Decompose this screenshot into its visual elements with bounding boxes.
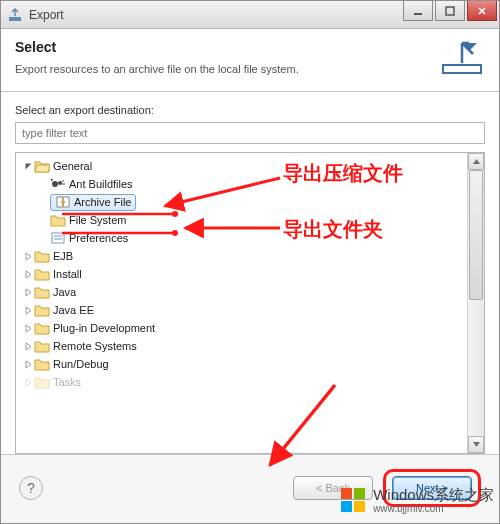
svg-rect-7 [61, 201, 65, 203]
tree-category-java-ee[interactable]: Java EE [18, 301, 465, 319]
tree-category-java[interactable]: Java [18, 283, 465, 301]
window-title: Export [29, 8, 403, 22]
tree-item-file-system[interactable]: File System [18, 211, 465, 229]
banner-heading: Select [15, 39, 429, 55]
minimize-button[interactable] [403, 1, 433, 21]
tree-category-ejb[interactable]: EJB [18, 247, 465, 265]
tree-category-tasks[interactable]: Tasks [18, 373, 465, 391]
folder-icon [34, 357, 50, 371]
banner-description: Export resources to an archive file on t… [15, 63, 429, 75]
folder-icon [34, 303, 50, 317]
expand-icon[interactable] [22, 252, 34, 261]
scroll-down-icon[interactable] [468, 436, 484, 453]
preferences-icon [50, 231, 66, 245]
tree-category-install[interactable]: Install [18, 265, 465, 283]
annotation-highlight-next: Next > [383, 469, 481, 507]
tree-item-preferences[interactable]: Preferences [18, 229, 465, 247]
tree-item-archive-file[interactable]: Archive File [18, 193, 465, 211]
svg-rect-8 [52, 233, 64, 243]
export-app-icon [7, 7, 23, 23]
tree-label: Java EE [53, 304, 94, 316]
svg-point-3 [52, 181, 58, 187]
tree-label: Run/Debug [53, 358, 109, 370]
svg-point-4 [58, 181, 62, 185]
tree-label: Remote Systems [53, 340, 137, 352]
collapse-icon[interactable] [22, 162, 34, 171]
tree-label: EJB [53, 250, 73, 262]
export-banner-icon [439, 39, 485, 77]
folder-icon [34, 375, 50, 389]
folder-open-icon [34, 159, 50, 173]
folder-icon [34, 249, 50, 263]
expand-icon[interactable] [22, 270, 34, 279]
tree-label: Tasks [53, 376, 81, 388]
expand-icon[interactable] [22, 342, 34, 351]
tree-label: Archive File [74, 196, 131, 208]
next-button[interactable]: Next > [392, 476, 472, 500]
tree-category-remote-systems[interactable]: Remote Systems [18, 337, 465, 355]
svg-rect-1 [414, 13, 422, 15]
tree-label: File System [69, 214, 126, 226]
maximize-button[interactable] [435, 1, 465, 21]
svg-rect-0 [9, 17, 21, 21]
expand-icon[interactable] [22, 378, 34, 387]
wizard-content: Select an export destination: General [1, 92, 499, 454]
tree-label: General [53, 160, 92, 172]
ant-icon [50, 177, 66, 191]
close-button[interactable] [467, 1, 497, 21]
svg-rect-2 [446, 7, 454, 15]
tree-label: Java [53, 286, 76, 298]
filter-input[interactable] [15, 122, 485, 144]
titlebar[interactable]: Export [1, 1, 499, 29]
back-button[interactable]: < Back [293, 476, 373, 500]
export-tree: General Ant Buildfiles Archive [15, 152, 485, 454]
tree-label: Preferences [69, 232, 128, 244]
tree-category-run-debug[interactable]: Run/Debug [18, 355, 465, 373]
scroll-up-icon[interactable] [468, 153, 484, 170]
folder-icon [34, 339, 50, 353]
export-dialog: Export Select Export resources to an arc… [0, 0, 500, 524]
tree-label: Ant Buildfiles [69, 178, 133, 190]
destination-prompt: Select an export destination: [15, 104, 485, 116]
tree-label: Install [53, 268, 82, 280]
archive-icon [55, 195, 71, 209]
tree-vertical-scrollbar[interactable] [467, 153, 484, 453]
folder-icon [34, 267, 50, 281]
scroll-thumb[interactable] [469, 170, 483, 300]
expand-icon[interactable] [22, 288, 34, 297]
wizard-footer: ? < Back Next > Finish Cancel [1, 454, 499, 523]
tree-label: Plug-in Development [53, 322, 155, 334]
expand-icon[interactable] [22, 306, 34, 315]
help-button[interactable]: ? [19, 476, 43, 500]
expand-icon[interactable] [22, 360, 34, 369]
tree-item-ant-buildfiles[interactable]: Ant Buildfiles [18, 175, 465, 193]
folder-icon [34, 285, 50, 299]
tree-category-plugin-dev[interactable]: Plug-in Development [18, 319, 465, 337]
expand-icon[interactable] [22, 324, 34, 333]
folder-icon [34, 321, 50, 335]
folder-icon [50, 213, 66, 227]
wizard-banner: Select Export resources to an archive fi… [1, 29, 499, 92]
tree-category-general[interactable]: General [18, 157, 465, 175]
